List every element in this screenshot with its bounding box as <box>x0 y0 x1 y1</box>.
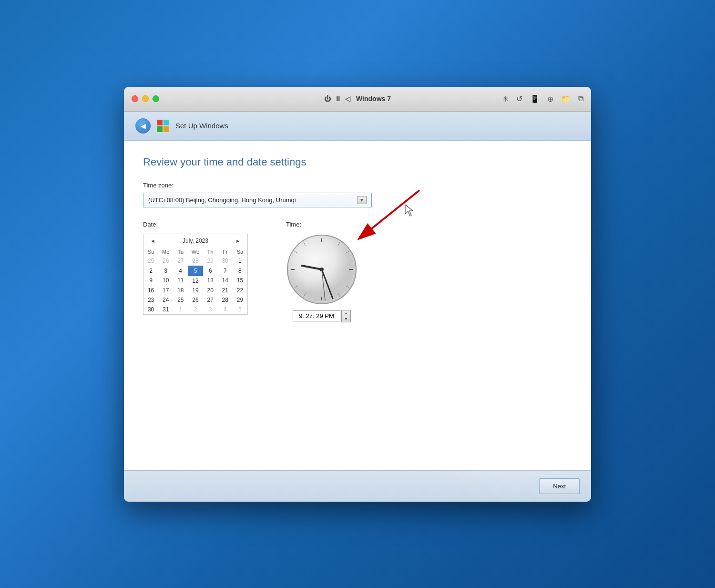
calendar-day[interactable]: 21 <box>218 286 233 295</box>
calendar-day[interactable]: 12 <box>188 276 203 286</box>
calendar-week-3: 16171819202122 <box>143 286 247 295</box>
calendar: ◄ July, 2023 ► Su Mo Tu We <box>143 234 248 315</box>
calendar-day[interactable]: 7 <box>218 266 233 276</box>
calendar-day[interactable]: 22 <box>233 286 247 295</box>
pause-icon: ⏸ <box>335 95 341 103</box>
calendar-day[interactable]: 27 <box>203 295 218 305</box>
timezone-value: (UTC+08:00) Beijing, Chongqing, Hong Kon… <box>148 196 353 204</box>
time-increment-button[interactable]: ▲ <box>342 310 350 316</box>
time-input[interactable] <box>293 310 340 321</box>
back-button[interactable]: ◀ <box>135 118 151 134</box>
calendar-day[interactable]: 27 <box>173 256 188 266</box>
calendar-day[interactable]: 25 <box>173 295 188 305</box>
calendar-day[interactable]: 29 <box>203 256 218 266</box>
globe-icon[interactable]: ⊕ <box>547 94 553 103</box>
day-header-fr: Fr <box>218 248 233 256</box>
calendar-day[interactable]: 24 <box>158 295 173 305</box>
usb-icon[interactable]: 📱 <box>530 94 540 103</box>
calendar-day[interactable]: 16 <box>143 286 158 295</box>
calendar-day[interactable]: 15 <box>233 276 247 286</box>
calendar-day[interactable]: 13 <box>203 276 218 286</box>
calendar-day[interactable]: 1 <box>173 305 188 314</box>
calendar-day[interactable]: 28 <box>218 295 233 305</box>
calendar-week-0: 2526272829301 <box>143 256 247 266</box>
next-button[interactable]: Next <box>539 478 580 494</box>
calendar-day[interactable]: 10 <box>158 276 173 286</box>
mac-toolbar-icons: ✳ ↺ 📱 ⊕ 📁 ⧉ <box>502 94 583 103</box>
date-section: Date: ◄ July, 2023 ► Su Mo <box>143 221 248 322</box>
close-button[interactable] <box>132 95 138 102</box>
calendar-day[interactable]: 23 <box>143 295 158 305</box>
calendar-grid: Su Mo Tu We Th Fr Sa 2526272829 <box>143 248 247 314</box>
time-spinners: ▲ ▼ <box>341 310 351 322</box>
time-section: Time: <box>286 221 358 322</box>
svg-point-24 <box>320 268 324 271</box>
day-header-mo: Mo <box>158 248 173 256</box>
calendar-day[interactable]: 3 <box>158 266 173 276</box>
calendar-day[interactable]: 1 <box>233 256 247 266</box>
calendar-week-2: 9101112131415 <box>143 276 247 286</box>
calendar-week-4: 23242526272829 <box>143 295 247 305</box>
calendar-next-button[interactable]: ► <box>233 237 244 245</box>
calendar-day[interactable]: 31 <box>158 305 173 314</box>
calendar-week-1: 2345678 <box>143 266 247 276</box>
calendar-day[interactable]: 4 <box>173 266 188 276</box>
calendar-day[interactable]: 5 <box>188 266 203 276</box>
window-title-area: ⏻ ⏸ ◁ Windows 7 <box>324 95 391 103</box>
calendar-day[interactable]: 17 <box>158 286 173 295</box>
day-header-sa: Sa <box>233 248 247 256</box>
clock-container: ▲ ▼ <box>286 234 358 322</box>
maximize-button[interactable] <box>153 95 159 102</box>
timezone-section: Time zone: (UTC+08:00) Beijing, Chongqin… <box>143 182 572 207</box>
calendar-day[interactable]: 14 <box>218 276 233 286</box>
folder-icon[interactable]: 📁 <box>561 94 571 103</box>
windows-flag-icon <box>156 119 170 133</box>
svg-rect-2 <box>157 126 163 132</box>
timezone-dropdown[interactable]: (UTC+08:00) Beijing, Chongqing, Hong Kon… <box>143 193 372 207</box>
time-decrement-button[interactable]: ▼ <box>342 316 350 322</box>
calendar-day[interactable]: 19 <box>188 286 203 295</box>
back-icon: ◁ <box>345 95 350 103</box>
calendar-day[interactable]: 30 <box>143 305 158 314</box>
calendar-day[interactable]: 2 <box>143 266 158 276</box>
calendar-day[interactable]: 2 <box>188 305 203 314</box>
calendar-day[interactable]: 5 <box>233 305 247 314</box>
calendar-day[interactable]: 4 <box>218 305 233 314</box>
rotate-icon[interactable]: ↺ <box>516 94 522 103</box>
svg-rect-1 <box>163 120 169 125</box>
calendar-day[interactable]: 29 <box>233 295 247 305</box>
calendar-prev-button[interactable]: ◄ <box>147 237 158 245</box>
calendar-month-year: July, 2023 <box>183 237 208 244</box>
clock-face <box>286 234 358 305</box>
calendar-day[interactable]: 25 <box>143 256 158 266</box>
calendar-day[interactable]: 8 <box>233 266 247 276</box>
brightness-icon[interactable]: ✳ <box>502 94 509 103</box>
setup-header: ◀ Set Up Windows <box>124 112 591 141</box>
day-header-th: Th <box>203 248 218 256</box>
minimize-button[interactable] <box>142 95 149 102</box>
calendar-day[interactable]: 26 <box>158 256 173 266</box>
setup-title: Set Up Windows <box>175 122 228 130</box>
calendar-day[interactable]: 6 <box>203 266 218 276</box>
power-icon: ⏻ <box>324 95 331 103</box>
day-header-we: We <box>188 248 203 256</box>
calendar-day[interactable]: 26 <box>188 295 203 305</box>
timezone-label: Time zone: <box>143 182 572 189</box>
calendar-day[interactable]: 20 <box>203 286 218 295</box>
calendar-day[interactable]: 30 <box>218 256 233 266</box>
calendar-day[interactable]: 11 <box>173 276 188 286</box>
calendar-week-5: 303112345 <box>143 305 247 314</box>
calendar-day[interactable]: 3 <box>203 305 218 314</box>
svg-rect-0 <box>157 120 163 125</box>
calendar-day[interactable]: 18 <box>173 286 188 295</box>
calendar-header: ◄ July, 2023 ► <box>143 234 247 248</box>
dropdown-arrow-icon: ▼ <box>357 196 367 204</box>
time-input-row: ▲ ▼ <box>293 310 351 322</box>
layers-icon[interactable]: ⧉ <box>578 94 583 103</box>
mac-window: ⏻ ⏸ ◁ Windows 7 ✳ ↺ 📱 ⊕ 📁 ⧉ ◀ <box>124 87 591 502</box>
mac-titlebar: ⏻ ⏸ ◁ Windows 7 ✳ ↺ 📱 ⊕ 📁 ⧉ <box>124 87 591 112</box>
calendar-day[interactable]: 28 <box>188 256 203 266</box>
calendar-day[interactable]: 9 <box>143 276 158 286</box>
window-title: Windows 7 <box>356 95 391 103</box>
setup-footer: Next <box>124 470 591 502</box>
